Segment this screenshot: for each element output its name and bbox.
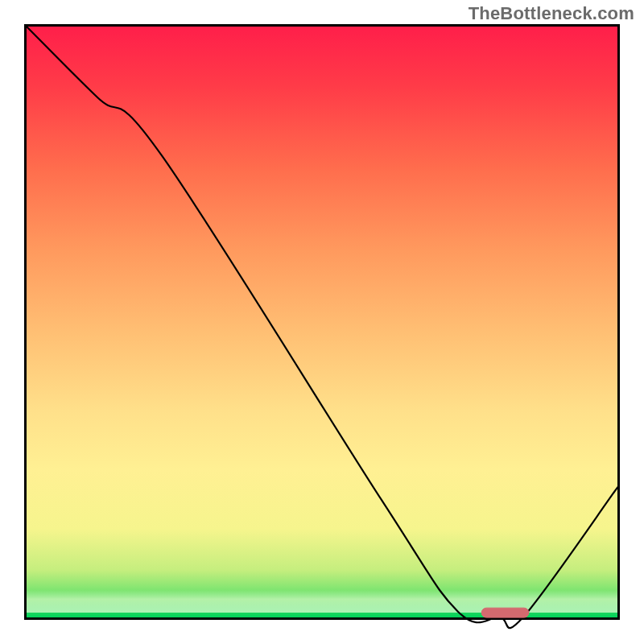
chart-svg	[27, 27, 617, 617]
watermark-text: TheBottleneck.com	[469, 3, 634, 24]
plot-area	[24, 24, 620, 620]
bottleneck-curve	[27, 27, 617, 628]
optimal-marker	[481, 608, 529, 617]
